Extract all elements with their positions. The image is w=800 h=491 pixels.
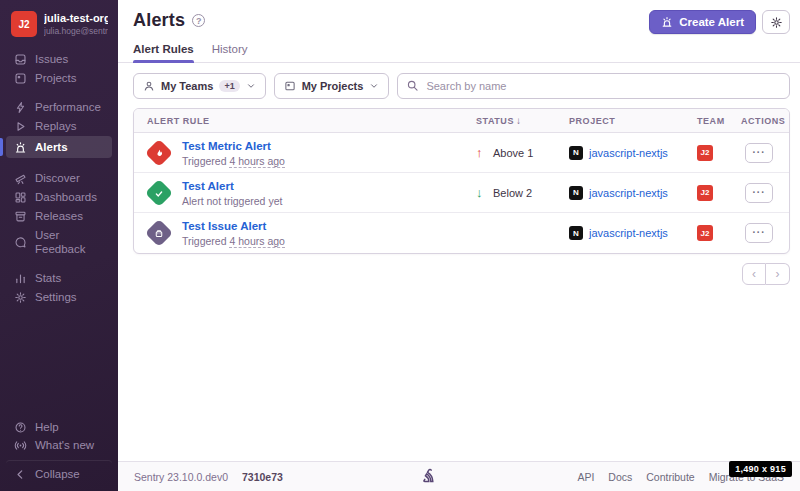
sidebar-item-label: Stats <box>35 271 61 285</box>
alert-rule-link[interactable]: Test Issue Alert <box>182 220 266 232</box>
sidebar-item-replays[interactable]: Replays <box>6 117 112 135</box>
sidebar: J2 julia-test-org-2 … julia.hoge@sentry.… <box>0 0 118 491</box>
sidebar-item-settings[interactable]: Settings <box>6 288 112 306</box>
create-alert-label: Create Alert <box>679 16 744 28</box>
dashboards-icon <box>14 191 27 204</box>
user-feedback-icon <box>14 236 27 249</box>
alert-rule-subtitle: Triggered 4 hours ago <box>182 155 285 168</box>
issues-icon <box>14 53 27 66</box>
row-actions-button[interactable]: ··· <box>745 223 773 243</box>
search-input[interactable] <box>397 73 790 99</box>
nextjs-platform-icon: N <box>569 226 583 240</box>
nextjs-platform-icon: N <box>569 186 583 200</box>
build-hash[interactable]: 7310e73 <box>242 471 283 483</box>
teams-filter-button[interactable]: My Teams +1 <box>133 73 266 99</box>
org-avatar: J2 <box>11 11 37 37</box>
next-page-button[interactable]: › <box>766 263 790 285</box>
sidebar-item-performance[interactable]: Performance <box>6 98 112 116</box>
previous-page-button[interactable]: ‹ <box>742 263 766 285</box>
broadcast-icon <box>14 439 27 452</box>
team-avatar: J2 <box>697 225 713 241</box>
resolved-alert-icon <box>145 178 173 206</box>
projects-filter-button[interactable]: My Projects <box>274 73 390 99</box>
gear-icon <box>14 291 27 304</box>
alert-rule-link[interactable]: Test Metric Alert <box>182 140 271 152</box>
row-actions-button[interactable]: ··· <box>745 143 773 163</box>
stats-icon <box>14 272 27 285</box>
sidebar-item-label: Dashboards <box>35 190 97 204</box>
sidebar-item-discover[interactable]: Discover <box>6 169 112 187</box>
sidebar-item-issues[interactable]: Issues <box>6 50 112 68</box>
tab-history[interactable]: History <box>212 43 248 62</box>
alerts-icon <box>14 141 27 154</box>
replays-icon <box>14 120 27 133</box>
pagination: ‹ › <box>133 263 790 285</box>
table-row: Test Issue Alert Triggered 4 hours ago N… <box>134 213 789 253</box>
alert-rule-subtitle: Alert not triggered yet <box>182 195 282 208</box>
sidebar-item-whats-new[interactable]: What's new <box>6 436 112 454</box>
teams-count-badge: +1 <box>219 80 239 92</box>
sidebar-item-label: Alerts <box>35 140 68 154</box>
search-icon <box>406 79 419 92</box>
main-content: Alerts ? Create Alert Alert Rules Histor… <box>118 0 800 461</box>
table-header-row: Alert Rule Status↓ Project Team Actions <box>134 109 789 133</box>
sidebar-item-label: Releases <box>35 209 83 223</box>
sidebar-collapse-button[interactable]: Collapse <box>6 460 112 489</box>
sidebar-item-dashboards[interactable]: Dashboards <box>6 188 112 206</box>
footer-link-docs[interactable]: Docs <box>608 471 632 483</box>
project-cell: N javascript-nextjs <box>563 226 691 240</box>
sidebar-item-label: Performance <box>35 100 101 114</box>
footer-link-contribute[interactable]: Contribute <box>646 471 694 483</box>
tab-alert-rules[interactable]: Alert Rules <box>133 43 194 62</box>
footer-link-api[interactable]: API <box>577 471 594 483</box>
project-link[interactable]: javascript-nextjs <box>589 147 668 159</box>
issue-alert-icon <box>145 219 173 247</box>
org-switcher[interactable]: J2 julia-test-org-2 … julia.hoge@sentry.… <box>0 0 118 46</box>
column-header-project: Project <box>563 116 691 126</box>
releases-icon <box>14 210 27 223</box>
help-question-icon[interactable]: ? <box>192 14 205 27</box>
sidebar-item-releases[interactable]: Releases <box>6 207 112 225</box>
row-actions-button[interactable]: ··· <box>745 183 773 203</box>
relative-time: 4 hours ago <box>229 155 284 168</box>
alert-rules-table: Alert Rule Status↓ Project Team Actions … <box>133 108 790 254</box>
sidebar-item-label: Collapse <box>35 467 80 481</box>
team-cell: J2 <box>691 145 735 161</box>
alert-rule-link[interactable]: Test Alert <box>182 180 234 192</box>
sidebar-item-alerts[interactable]: Alerts <box>6 136 112 158</box>
relative-time: 4 hours ago <box>229 235 284 248</box>
project-link[interactable]: javascript-nextjs <box>589 187 668 199</box>
metric-alert-icon <box>145 138 173 166</box>
teams-filter-label: My Teams <box>161 80 213 92</box>
sidebar-item-label: Issues <box>35 52 68 66</box>
org-email: julia.hoge@sentry.io <box>44 26 108 36</box>
sidebar-item-label: What's new <box>35 438 94 452</box>
arrow-up-icon: ↑ <box>476 145 486 160</box>
siren-icon <box>661 16 673 28</box>
alert-rule-subtitle: Triggered 4 hours ago <box>182 235 285 248</box>
table-row: Test Alert Alert not triggered yet ↓ Bel… <box>134 173 789 213</box>
version-label: Sentry 23.10.0.dev0 <box>134 471 228 483</box>
project-link[interactable]: javascript-nextjs <box>589 227 668 239</box>
column-header-status[interactable]: Status↓ <box>470 115 563 126</box>
table-row: Test Metric Alert Triggered 4 hours ago … <box>134 133 789 173</box>
sidebar-nav: Issues Projects Performance Replays Aler… <box>0 46 118 321</box>
status-cell: ↑ Above 1 <box>470 145 563 160</box>
sidebar-item-projects[interactable]: Projects <box>6 69 112 87</box>
user-icon <box>143 80 155 92</box>
create-alert-button[interactable]: Create Alert <box>649 10 756 34</box>
sidebar-item-stats[interactable]: Stats <box>6 269 112 287</box>
column-header-team: Team <box>691 116 735 126</box>
sidebar-item-help[interactable]: Help <box>6 418 112 436</box>
team-avatar: J2 <box>697 185 713 201</box>
team-cell: J2 <box>691 225 735 241</box>
alert-settings-button[interactable] <box>762 10 790 34</box>
help-icon <box>14 421 27 434</box>
sidebar-item-label: Projects <box>35 71 77 85</box>
sidebar-item-label: Help <box>35 420 59 434</box>
project-icon <box>284 80 296 92</box>
projects-filter-label: My Projects <box>302 80 364 92</box>
sidebar-item-user-feedback[interactable]: User Feedback <box>6 226 112 258</box>
gear-icon <box>770 16 783 29</box>
footer: Sentry 23.10.0.dev0 7310e73 API Docs Con… <box>118 461 800 491</box>
